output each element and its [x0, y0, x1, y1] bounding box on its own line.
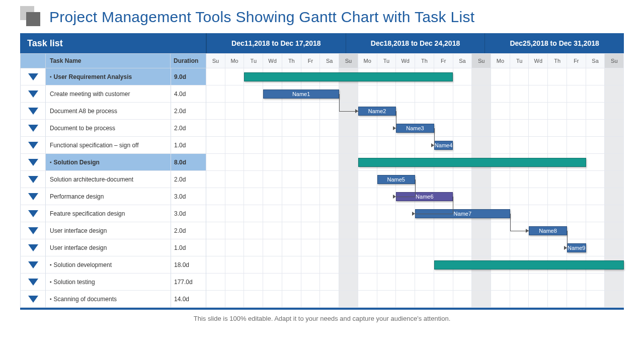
expand-icon[interactable] — [20, 239, 45, 256]
expand-icon[interactable] — [20, 188, 45, 205]
day-header-cell: Wd — [396, 53, 415, 68]
chevron-down-icon — [28, 90, 38, 98]
task-duration: 1.0d — [171, 239, 206, 256]
task-name: Functional specification – sign off — [45, 137, 171, 154]
day-header-cell: Su — [339, 53, 358, 68]
day-header-cell: Fr — [301, 53, 320, 68]
day-header-cell: Su — [206, 53, 225, 68]
expand-icon[interactable] — [20, 256, 45, 274]
task-row: Document to be process2.0d — [20, 120, 624, 137]
task-duration: 177.0d — [171, 274, 206, 291]
task-row: User interface design1.0d — [20, 239, 624, 256]
day-header-cell: Su — [605, 53, 624, 68]
expand-icon[interactable] — [20, 120, 45, 137]
day-header-cell: Tu — [244, 53, 263, 68]
task-name: Performance design — [45, 188, 171, 205]
task-row: Solution architecture-document2.0d — [20, 171, 624, 188]
chevron-down-icon — [28, 73, 38, 80]
task-row: User interface design2.0d — [20, 222, 624, 239]
task-name: User Requirement Analysis — [45, 68, 171, 85]
chevron-down-icon — [28, 227, 38, 234]
chevron-down-icon — [28, 142, 38, 149]
task-row: Functional specification – sign off1.0d — [20, 137, 624, 154]
expand-icon[interactable] — [20, 291, 45, 308]
header-period: Dec25,2018 to Dec 31,2018 — [485, 33, 624, 53]
slide-title-row: Project Management Tools Showing Gantt C… — [20, 0, 624, 30]
day-header-cell: Wd — [263, 53, 282, 68]
expand-icon[interactable] — [20, 137, 45, 154]
header-tasklist: Task list — [20, 33, 206, 53]
task-row: Solution Design8.0d — [20, 154, 624, 171]
task-row: Create meeting with customer4.0d — [20, 85, 624, 103]
col-header-name: Task Name — [46, 54, 171, 68]
task-name: Document A8 be process — [45, 103, 171, 120]
expand-icon[interactable] — [20, 222, 45, 239]
expand-icon[interactable] — [20, 85, 45, 103]
task-row: User Requirement Analysis9.0d — [20, 68, 624, 85]
task-duration: 2.0d — [171, 120, 206, 137]
task-row: Feature specification design3.0d — [20, 205, 624, 222]
expand-icon[interactable] — [20, 154, 45, 171]
task-name: Scanning of documents — [45, 291, 171, 308]
chevron-down-icon — [28, 296, 38, 303]
day-header-cell: Mo — [491, 53, 510, 68]
task-name: Solution development — [45, 256, 171, 274]
expand-icon[interactable] — [20, 171, 45, 188]
chevron-down-icon — [28, 210, 38, 217]
chevron-down-icon — [28, 108, 38, 115]
expand-icon[interactable] — [20, 103, 45, 120]
day-header-cell: Tu — [510, 53, 529, 68]
chevron-down-icon — [28, 159, 38, 166]
day-header-cell: Sa — [586, 53, 605, 68]
gantt-day-header: Task Name Duration SuMoTuWdThFrSaSuMoTuW… — [20, 53, 624, 68]
footer-note: This slide is 100% editable. Adapt it to… — [20, 315, 624, 322]
chevron-down-icon — [28, 176, 38, 183]
chevron-down-icon — [28, 244, 38, 251]
task-row: Solution development18.0d — [20, 256, 624, 274]
day-header-cell: Fr — [567, 53, 586, 68]
task-name: Document to be process — [45, 120, 171, 137]
title-decor-icon — [20, 6, 42, 28]
day-header-cell: Wd — [529, 53, 548, 68]
task-duration: 3.0d — [171, 205, 206, 222]
task-duration: 1.0d — [171, 137, 206, 154]
gantt-chart: Task list Dec11,2018 to Dec 17,2018Dec18… — [20, 33, 624, 310]
task-duration: 14.0d — [171, 291, 206, 308]
expand-icon[interactable] — [20, 274, 45, 291]
day-header-cell: Th — [548, 53, 567, 68]
day-header-cell: Tu — [377, 53, 396, 68]
task-duration: 2.0d — [171, 222, 206, 239]
col-header-duration: Duration — [171, 54, 206, 68]
expand-icon[interactable] — [20, 68, 45, 85]
task-row: Solution testing177.0d — [20, 274, 624, 291]
day-header-cell: Su — [472, 53, 491, 68]
task-row: Performance design3.0d — [20, 188, 624, 205]
header-period: Dec11,2018 to Dec 17,2018 — [206, 33, 346, 53]
gantt-header: Task list Dec11,2018 to Dec 17,2018Dec18… — [20, 33, 624, 53]
day-header-cell: Fr — [434, 53, 453, 68]
task-duration: 2.0d — [171, 171, 206, 188]
day-header-cell: Mo — [225, 53, 245, 68]
task-name: User interface design — [45, 239, 171, 256]
task-name: Solution architecture-document — [45, 171, 171, 188]
task-name: Solution testing — [45, 274, 171, 291]
day-header-cell: Th — [415, 53, 434, 68]
day-header-cell: Sa — [453, 53, 472, 68]
task-name: Create meeting with customer — [45, 85, 171, 103]
chevron-down-icon — [28, 125, 38, 132]
day-header-cell: Th — [282, 53, 301, 68]
day-header-cell: Mo — [358, 53, 377, 68]
expand-icon[interactable] — [20, 205, 45, 222]
task-duration: 4.0d — [171, 85, 206, 103]
chevron-down-icon — [28, 193, 38, 200]
slide-title: Project Management Tools Showing Gantt C… — [49, 9, 474, 26]
task-row: Document A8 be process2.0d — [20, 103, 624, 120]
chevron-down-icon — [28, 279, 38, 286]
day-header-cell: Sa — [320, 53, 339, 68]
task-name: User interface design — [45, 222, 171, 239]
task-duration: 8.0d — [171, 154, 206, 171]
task-name: Feature specification design — [45, 205, 171, 222]
task-duration: 9.0d — [171, 68, 206, 85]
task-duration: 18.0d — [171, 256, 206, 274]
task-duration: 2.0d — [171, 103, 206, 120]
